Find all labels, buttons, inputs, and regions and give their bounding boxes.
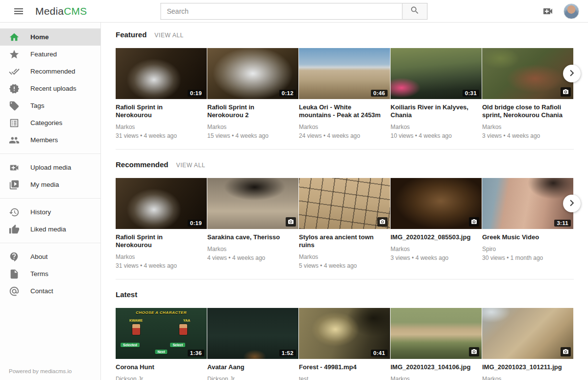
media-card[interactable]: 1:52 Avatar Aang Dickson Jr. 12 views • … [207, 308, 298, 380]
sidebar-item-recent-uploads[interactable]: Recent uploads [0, 80, 100, 97]
media-card[interactable]: IMG_20201023_104106.jpg Markos 4 views •… [391, 308, 482, 380]
sidebar-item-terms[interactable]: Terms [0, 265, 100, 282]
brand-logo[interactable]: MediaCMS [35, 5, 87, 17]
media-title[interactable]: Corona Hunt [116, 363, 199, 371]
media-title[interactable]: Rafioli Sprint in Nerokourou [116, 103, 199, 119]
media-author[interactable]: Markos [482, 376, 573, 380]
sidebar-item-history[interactable]: History [0, 203, 100, 221]
media-card[interactable]: CHOOSE A CHARACTERKWAMEYAASelectedNextSe… [116, 308, 207, 380]
media-author[interactable]: Markos [299, 124, 390, 130]
sidebar-item-contact[interactable]: Contact [0, 282, 100, 300]
media-author[interactable]: test [299, 376, 390, 380]
media-thumbnail[interactable] [207, 178, 298, 229]
sidebar-item-tags[interactable]: Tags [0, 97, 100, 114]
media-author[interactable]: Markos [391, 376, 482, 380]
view-all-link[interactable]: VIEW ALL [176, 162, 206, 169]
sidebar-item-members[interactable]: Members [0, 131, 100, 149]
media-author[interactable]: Markos [207, 246, 298, 253]
media-card[interactable]: Old bridge close to Rafioli sprint, Nero… [482, 48, 573, 139]
media-thumbnail[interactable] [482, 308, 573, 359]
sidebar-item-recommended[interactable]: Recommended [0, 63, 100, 80]
media-card[interactable]: 0:19 Rafioli Sprint in Nerokourou Markos… [116, 48, 207, 139]
media-card[interactable]: 0:31 Koiliaris River in Kalyves, Chania … [391, 48, 482, 139]
media-title[interactable]: IMG_20201023_101211.jpg [482, 363, 565, 371]
photo-camera-icon [561, 87, 571, 97]
media-thumbnail[interactable]: 1:52 [207, 308, 298, 359]
thumb-overlay-right-name: YAA [183, 319, 190, 322]
media-title[interactable]: Avatar Aang [207, 363, 291, 371]
media-author[interactable]: Markos [391, 124, 482, 130]
next-arrow-button[interactable] [563, 65, 581, 82]
media-thumbnail[interactable]: 0:41 [299, 308, 390, 359]
sidebar-item-about[interactable]: About [0, 248, 100, 265]
media-author[interactable]: Markos [116, 124, 207, 130]
chevron-right-icon [565, 67, 578, 81]
media-title[interactable]: IMG_20201023_104106.jpg [391, 363, 474, 371]
sidebar-item-upload-media[interactable]: Upload media [0, 159, 100, 176]
media-card[interactable]: 3:11 Greek Music Video Spiro 30 views • … [482, 178, 573, 269]
media-author[interactable]: Markos [207, 124, 298, 130]
media-card[interactable]: Sarakina cave, Therisso Markos 4 views •… [207, 178, 298, 269]
user-avatar[interactable] [564, 3, 579, 19]
sidebar-item-featured[interactable]: Featured [0, 46, 100, 63]
cards-row: 0:19 Rafioli Sprint in Nerokourou Markos… [116, 48, 574, 139]
media-thumbnail[interactable]: 3:11 [482, 178, 573, 229]
sidebar-item-my-media[interactable]: My media [0, 176, 100, 193]
media-title[interactable]: Old bridge close to Rafioli sprint, Nero… [482, 103, 565, 119]
media-thumbnail[interactable]: CHOOSE A CHARACTERKWAMEYAASelectedNextSe… [116, 308, 207, 359]
character-sprite [132, 324, 140, 335]
sidebar-item-liked-media[interactable]: Liked media [0, 221, 100, 238]
sidebar-item-home[interactable]: Home [0, 28, 100, 46]
media-author[interactable]: Markos [116, 253, 207, 260]
media-card[interactable]: 0:19 Rafioli Sprint in Nerokourou Markos… [116, 178, 207, 269]
media-card[interactable]: 0:41 Forest - 49981.mp4 test 17 views • … [299, 308, 390, 380]
media-title[interactable]: Forest - 49981.mp4 [299, 363, 382, 371]
media-title[interactable]: Stylos area ancient town ruins [299, 233, 382, 249]
media-title[interactable]: IMG_20201022_085503.jpg [391, 233, 474, 241]
media-card[interactable]: 0:12 Rafioli Sprint in Nerokourou 2 Mark… [207, 48, 298, 139]
sidebar-item-categories[interactable]: Categories [0, 114, 100, 131]
media-author[interactable]: Markos [391, 246, 482, 253]
search-button[interactable] [402, 3, 428, 20]
media-title[interactable]: Koiliaris River in Kalyves, Chania [391, 103, 474, 119]
media-card[interactable]: IMG_20201022_085503.jpg Markos 3 views •… [391, 178, 482, 269]
media-title[interactable]: Leuka Ori - White mountains - Peak at 24… [299, 103, 382, 119]
search-input[interactable] [161, 3, 402, 20]
media-author[interactable]: Markos [482, 124, 573, 130]
next-arrow-button[interactable] [563, 195, 581, 212]
upload-media-icon[interactable] [541, 4, 555, 18]
duration-badge: 0:46 [371, 90, 388, 97]
media-meta: 3 views • 4 weeks ago [391, 254, 482, 261]
view-all-link[interactable]: VIEW ALL [154, 32, 184, 39]
media-card[interactable]: 0:46 Leuka Ori - White mountains - Peak … [299, 48, 390, 139]
main-content: Featured VIEW ALL 0:19 Rafioli Sprint in… [101, 23, 588, 380]
media-card[interactable]: Stylos area ancient town ruins Markos 5 … [299, 178, 390, 269]
chevron-right-icon [565, 197, 578, 211]
media-thumbnail[interactable] [482, 48, 573, 99]
media-title[interactable]: Rafioli Sprint in Nerokourou 2 [207, 103, 291, 119]
media-title[interactable]: Greek Music Video [482, 233, 565, 241]
media-thumbnail[interactable]: 0:19 [116, 178, 207, 229]
photo-camera-icon [561, 347, 571, 356]
brand-media-text: Media [35, 5, 64, 17]
tag-icon [9, 101, 20, 111]
media-author[interactable]: Markos [299, 253, 390, 260]
media-title[interactable]: Rafioli Sprint in Nerokourou [116, 233, 199, 249]
sidebar-item-label: Tags [30, 102, 45, 109]
media-card[interactable]: IMG_20201023_101211.jpg Markos 4 views •… [482, 308, 573, 380]
media-thumbnail[interactable]: 0:12 [207, 48, 298, 99]
media-author[interactable]: Dickson Jr. [207, 376, 298, 380]
media-title[interactable]: Sarakina cave, Therisso [207, 233, 291, 241]
media-thumbnail[interactable] [391, 178, 482, 229]
media-thumbnail[interactable] [299, 178, 390, 229]
new-releases-icon [9, 83, 20, 94]
media-thumbnail[interactable]: 0:46 [299, 48, 390, 99]
media-author[interactable]: Spiro [482, 246, 573, 253]
video-call-icon [9, 162, 20, 173]
media-thumbnail[interactable] [391, 308, 482, 359]
media-thumbnail[interactable]: 0:19 [116, 48, 207, 99]
media-section: Latest CHOOSE A CHARACTERKWAMEYAASelecte… [116, 290, 574, 380]
hamburger-menu-icon[interactable] [9, 1, 28, 21]
media-author[interactable]: Dickson Jr. [116, 376, 207, 380]
media-thumbnail[interactable]: 0:31 [391, 48, 482, 99]
